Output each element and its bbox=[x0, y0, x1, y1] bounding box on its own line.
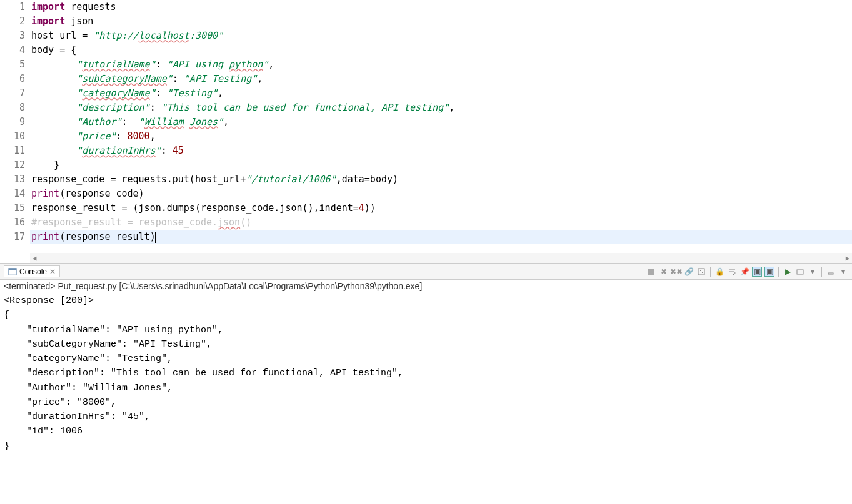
line-number: 4 bbox=[0, 43, 25, 57]
minimize-icon[interactable] bbox=[826, 267, 836, 277]
svg-rect-5 bbox=[797, 270, 803, 274]
scroll-right-arrow[interactable]: ▶ bbox=[843, 254, 852, 262]
line-number: 10 bbox=[0, 129, 25, 144]
maximize-arrow-icon[interactable]: ▾ bbox=[838, 267, 848, 277]
code-line[interactable]: response_code = requests.put(host_url+"/… bbox=[30, 172, 852, 187]
link-icon[interactable]: 🔗 bbox=[684, 267, 694, 277]
line-number: 17 bbox=[0, 230, 25, 244]
code-line[interactable]: body = { bbox=[30, 43, 852, 57]
view-menu-arrow-icon[interactable]: ▾ bbox=[808, 267, 818, 277]
line-number-gutter: 1234567891011121314151617 bbox=[0, 0, 30, 263]
code-line[interactable]: "subCategoryName": "API Testing", bbox=[30, 72, 852, 86]
line-number: 3 bbox=[0, 29, 25, 43]
show-std-err-icon[interactable]: ▣ bbox=[764, 267, 774, 277]
svg-rect-6 bbox=[828, 273, 833, 274]
word-wrap-icon[interactable] bbox=[727, 267, 737, 277]
line-number: 15 bbox=[0, 201, 25, 215]
code-line[interactable]: "description": "This tool can be used fo… bbox=[30, 101, 852, 115]
line-number: 7 bbox=[0, 86, 25, 101]
line-number: 8 bbox=[0, 101, 25, 115]
code-line[interactable]: print(response_result) bbox=[30, 230, 852, 244]
code-line[interactable]: "Author": "William Jones", bbox=[30, 115, 852, 129]
clear-icon[interactable] bbox=[696, 267, 706, 277]
scroll-lock-icon[interactable]: 🔒 bbox=[714, 267, 724, 277]
svg-rect-2 bbox=[648, 269, 654, 275]
display-selected-icon[interactable] bbox=[795, 267, 805, 277]
show-std-out-icon[interactable]: ▣ bbox=[752, 267, 762, 277]
code-editor-pane: 1234567891011121314151617 import request… bbox=[0, 0, 852, 264]
line-number: 13 bbox=[0, 172, 25, 187]
code-line[interactable]: response_result = (json.dumps(response_c… bbox=[30, 201, 852, 215]
console-header: Console ✕ ✖ ✖✖ 🔗 🔒 📌 ▣ ▣ ▶ ▾ ▾ bbox=[0, 264, 852, 280]
line-number: 6 bbox=[0, 72, 25, 86]
code-line[interactable]: "price": 8000, bbox=[30, 129, 852, 144]
remove-all-icon[interactable]: ✖✖ bbox=[671, 267, 681, 277]
code-line[interactable]: "tutorialName": "API using python", bbox=[30, 57, 852, 72]
line-number: 16 bbox=[0, 215, 25, 230]
console-icon bbox=[8, 267, 17, 276]
line-number: 14 bbox=[0, 187, 25, 201]
line-number: 2 bbox=[0, 14, 25, 29]
code-line[interactable]: "durationInHrs": 45 bbox=[30, 144, 852, 158]
line-number: 5 bbox=[0, 57, 25, 72]
code-line[interactable]: import requests bbox=[30, 0, 852, 14]
line-number: 1 bbox=[0, 0, 25, 14]
console-output[interactable]: <Response [200]> { "tutorialName": "API … bbox=[0, 292, 852, 455]
code-line[interactable]: "categoryName": "Testing", bbox=[30, 86, 852, 101]
code-line[interactable]: } bbox=[30, 158, 852, 172]
code-line[interactable]: #response_result = response_code.json() bbox=[30, 215, 852, 230]
horizontal-scrollbar[interactable]: ◀ ▶ bbox=[30, 253, 852, 263]
pin-console-icon[interactable]: 📌 bbox=[739, 267, 749, 277]
terminate-icon[interactable] bbox=[646, 267, 656, 277]
code-lines[interactable]: import requestsimport jsonhost_url = "ht… bbox=[30, 0, 852, 263]
line-number: 12 bbox=[0, 158, 25, 172]
remove-launch-icon[interactable]: ✖ bbox=[659, 267, 669, 277]
close-tab-icon[interactable]: ✕ bbox=[49, 267, 56, 276]
console-tab-label: Console bbox=[19, 267, 47, 276]
open-console-icon[interactable]: ▶ bbox=[783, 267, 793, 277]
code-area[interactable]: 1234567891011121314151617 import request… bbox=[0, 0, 852, 263]
scroll-left-arrow[interactable]: ◀ bbox=[30, 254, 39, 262]
code-line[interactable]: host_url = "http://localhost:3000" bbox=[30, 29, 852, 43]
svg-rect-1 bbox=[9, 269, 16, 270]
line-number: 9 bbox=[0, 115, 25, 129]
line-number: 11 bbox=[0, 144, 25, 158]
console-toolbar: ✖ ✖✖ 🔗 🔒 📌 ▣ ▣ ▶ ▾ ▾ bbox=[646, 267, 852, 277]
code-line[interactable]: import json bbox=[30, 14, 852, 29]
text-cursor bbox=[155, 232, 156, 243]
code-line[interactable]: print(response_code) bbox=[30, 187, 852, 201]
console-tab[interactable]: Console ✕ bbox=[4, 265, 60, 277]
console-status-line: <terminated> Put_request.py [C:\Users\s.… bbox=[0, 280, 852, 292]
svg-line-4 bbox=[698, 269, 704, 275]
